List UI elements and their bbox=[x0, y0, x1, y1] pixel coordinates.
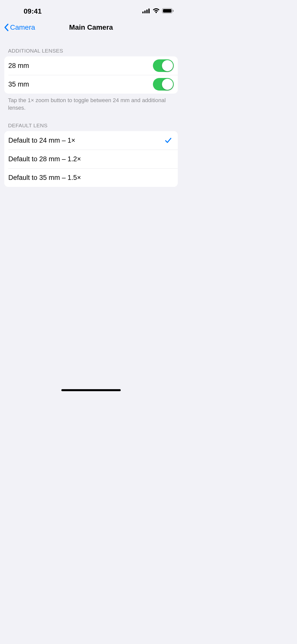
additional-lenses-footer: Tap the 1× zoom button to toggle between… bbox=[0, 94, 182, 111]
section-header-default-lens: DEFAULT LENS bbox=[0, 111, 182, 131]
toggle-knob bbox=[162, 60, 173, 71]
lens-35mm-toggle[interactable] bbox=[153, 78, 174, 91]
chevron-left-icon bbox=[4, 24, 9, 31]
back-button[interactable]: Camera bbox=[4, 23, 35, 31]
status-bar: 09:41 bbox=[0, 0, 182, 18]
default-28mm-label: Default to 28 mm – 1.2× bbox=[8, 155, 81, 163]
content: ADDITIONAL LENSES 28 mm 35 mm Tap the 1×… bbox=[0, 37, 182, 187]
wifi-icon bbox=[152, 8, 160, 15]
lens-28mm-label: 28 mm bbox=[8, 62, 29, 70]
svg-rect-0 bbox=[142, 12, 144, 13]
default-24mm-row[interactable]: Default to 24 mm – 1× bbox=[4, 131, 178, 150]
checkmark-icon bbox=[165, 137, 172, 144]
cellular-signal-icon bbox=[142, 8, 150, 14]
toggle-knob bbox=[162, 79, 173, 90]
default-35mm-label: Default to 35 mm – 1.5× bbox=[8, 174, 81, 182]
navigation-bar: Camera Main Camera bbox=[0, 18, 182, 37]
svg-rect-1 bbox=[144, 11, 146, 13]
svg-rect-3 bbox=[148, 9, 150, 13]
battery-icon bbox=[162, 8, 174, 15]
additional-lenses-group: 28 mm 35 mm bbox=[4, 56, 178, 94]
lens-35mm-label: 35 mm bbox=[8, 80, 29, 88]
svg-rect-5 bbox=[163, 9, 172, 13]
back-label: Camera bbox=[10, 23, 35, 31]
section-header-additional-lenses: ADDITIONAL LENSES bbox=[0, 37, 182, 56]
home-indicator[interactable] bbox=[61, 389, 121, 391]
lens-35mm-row: 35 mm bbox=[4, 75, 178, 94]
lens-28mm-toggle[interactable] bbox=[153, 59, 174, 72]
default-24mm-label: Default to 24 mm – 1× bbox=[8, 137, 75, 144]
status-time: 09:41 bbox=[8, 7, 42, 15]
default-lens-group: Default to 24 mm – 1× Default to 28 mm –… bbox=[4, 131, 178, 187]
svg-rect-6 bbox=[173, 10, 174, 12]
lens-28mm-row: 28 mm bbox=[4, 56, 178, 75]
status-icons bbox=[142, 8, 174, 15]
svg-rect-2 bbox=[146, 10, 148, 13]
default-28mm-row[interactable]: Default to 28 mm – 1.2× bbox=[4, 150, 178, 168]
default-35mm-row[interactable]: Default to 35 mm – 1.5× bbox=[4, 168, 178, 187]
page-title: Main Camera bbox=[69, 23, 113, 31]
